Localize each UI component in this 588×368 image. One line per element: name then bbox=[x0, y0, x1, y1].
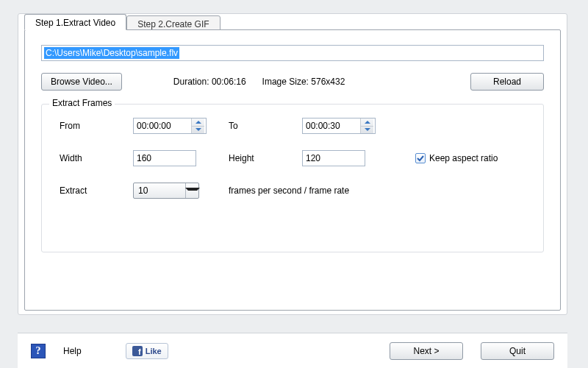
bottom-bar: ? Help f Like Next > Quit bbox=[18, 333, 567, 368]
to-spin-down[interactable] bbox=[361, 127, 373, 134]
extract-frames-group: Extract Frames From To bbox=[41, 104, 544, 252]
duration-label: Duration: 00:06:16 bbox=[173, 77, 246, 87]
chevron-down-icon bbox=[185, 188, 200, 194]
to-time-input[interactable] bbox=[303, 118, 360, 133]
to-spin-up[interactable] bbox=[361, 118, 373, 127]
fps-combo-value: 10 bbox=[134, 184, 185, 197]
image-size-label: Image Size: 576x432 bbox=[262, 77, 345, 87]
tab-step2[interactable]: Step 2.Create GIF bbox=[126, 15, 220, 30]
video-path-input[interactable]: C:\Users\Mike\Desktop\sample.flv bbox=[41, 45, 544, 61]
to-label: To bbox=[229, 121, 287, 131]
extract-label: Extract bbox=[60, 185, 118, 196]
browse-video-button[interactable]: Browse Video... bbox=[41, 73, 122, 91]
video-path-selection: C:\Users\Mike\Desktop\sample.flv bbox=[44, 47, 179, 59]
content-panel: Step 1.Extract Video Step 2.Create GIF C… bbox=[18, 13, 567, 315]
keep-aspect-checkbox[interactable] bbox=[415, 153, 426, 163]
width-input[interactable] bbox=[133, 150, 196, 166]
video-info: Duration: 00:06:16 Image Size: 576x432 bbox=[173, 77, 345, 87]
from-spin-up[interactable] bbox=[192, 118, 204, 127]
keep-aspect-label: Keep aspect ratio bbox=[429, 153, 498, 163]
facebook-icon: f bbox=[132, 346, 143, 356]
width-label: Width bbox=[60, 153, 118, 163]
facebook-like-button[interactable]: f Like bbox=[126, 343, 168, 359]
fps-combo[interactable]: 10 bbox=[133, 183, 199, 199]
from-time-spinner[interactable] bbox=[133, 118, 207, 134]
help-icon[interactable]: ? bbox=[31, 344, 46, 358]
reload-button[interactable]: Reload bbox=[470, 73, 544, 91]
from-label: From bbox=[60, 121, 118, 131]
checkmark-icon bbox=[417, 155, 424, 162]
height-input[interactable] bbox=[302, 150, 365, 166]
like-label: Like bbox=[146, 347, 162, 355]
group-title: Extract Frames bbox=[49, 98, 115, 108]
chevron-up-icon bbox=[196, 121, 201, 124]
fps-caption: frames per second / frame rate bbox=[229, 185, 531, 196]
chevron-down-icon bbox=[196, 128, 201, 131]
chevron-up-icon bbox=[365, 121, 370, 124]
from-time-input[interactable] bbox=[134, 118, 191, 133]
quit-button[interactable]: Quit bbox=[481, 342, 554, 360]
fps-combo-drop[interactable] bbox=[185, 183, 198, 198]
chevron-down-icon bbox=[365, 128, 370, 131]
tab-strip: Step 1.Extract Video Step 2.Create GIF bbox=[24, 14, 567, 30]
help-label[interactable]: Help bbox=[63, 346, 82, 356]
height-label: Height bbox=[229, 153, 287, 163]
dialog-window: Step 1.Extract Video Step 2.Create GIF C… bbox=[0, 0, 588, 368]
tab-panel-step1: C:\Users\Mike\Desktop\sample.flv Browse … bbox=[24, 29, 561, 311]
from-spin-down[interactable] bbox=[192, 127, 204, 134]
to-time-spinner[interactable] bbox=[302, 118, 376, 134]
next-button[interactable]: Next > bbox=[390, 342, 463, 360]
tab-step1[interactable]: Step 1.Extract Video bbox=[24, 14, 126, 30]
